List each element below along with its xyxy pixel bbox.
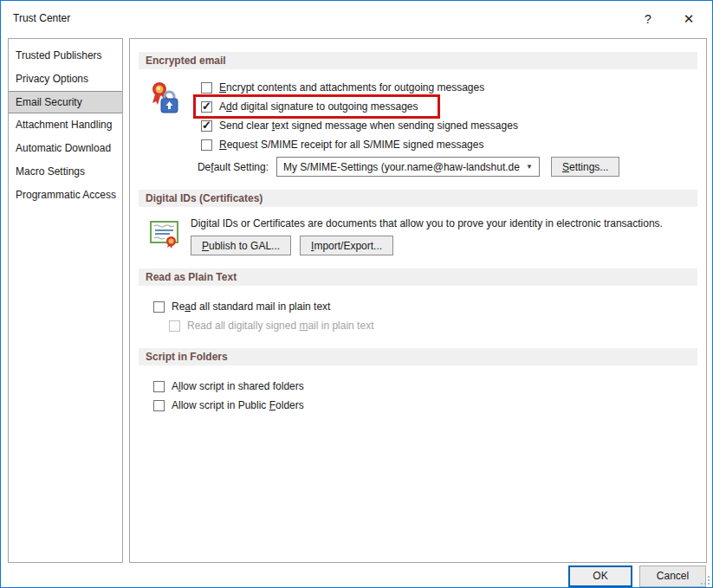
trust-center-dialog: Trust Center ? ✕ Trusted Publishers Priv… (0, 0, 713, 588)
certificate-lock-icon (149, 81, 178, 117)
checkbox-label[interactable]: Allow script in Public Folders (172, 399, 304, 411)
certificate-icon (149, 218, 181, 250)
checkbox-row-read-standard-plain[interactable]: Read all standard mail in plain text (153, 297, 697, 316)
checkbox-label[interactable]: Request S/MIME receipt for all S/MIME si… (219, 139, 483, 151)
checkbox-allow-script-public[interactable] (153, 400, 165, 411)
import-export-button[interactable]: Import/Export... (300, 236, 393, 255)
checkbox-allow-script-shared[interactable] (153, 381, 165, 392)
checkbox-read-signed-plain (169, 320, 180, 332)
checkbox-label[interactable]: Allow script in shared folders (172, 380, 304, 392)
ok-button[interactable]: OK (568, 565, 632, 587)
help-icon[interactable]: ? (636, 8, 660, 30)
checkbox-read-standard-plain[interactable] (153, 301, 165, 313)
settings-button[interactable]: Settings... (551, 157, 619, 177)
section-header-read-plain-text: Read as Plain Text (139, 268, 697, 286)
default-setting-dropdown[interactable]: My S/MIME-Settings (your.name@haw-landsh… (276, 157, 540, 177)
sidebar-item-trusted-publishers[interactable]: Trusted Publishers (9, 44, 122, 68)
checkbox-row-add-digital-signature[interactable]: Add digital signature to outgoing messag… (201, 97, 697, 116)
checkbox-label[interactable]: Add digital signature to outgoing messag… (219, 100, 418, 113)
section-header-encrypted-email: Encrypted email (139, 52, 697, 69)
checkbox-label[interactable]: Encrypt contents and attachments for out… (219, 81, 484, 94)
sidebar-item-programmatic-access[interactable]: Programmatic Access (9, 184, 122, 207)
window-title: Trust Center (13, 12, 70, 24)
dropdown-arrow-icon[interactable]: ▼ (526, 163, 533, 171)
checkbox-request-smime-receipt[interactable] (201, 139, 212, 151)
sidebar-item-automatic-download[interactable]: Automatic Download (9, 137, 122, 160)
sidebar-item-email-security[interactable]: Email Security (9, 91, 122, 113)
checkbox-send-clear-text[interactable] (201, 120, 212, 132)
main-panel: Encrypted email Encrypt contents and att… (129, 38, 707, 563)
checkbox-row-request-smime-receipt[interactable]: Request S/MIME receipt for all S/MIME si… (201, 135, 697, 154)
default-setting-label: Default Setting: (192, 161, 269, 173)
checkbox-label[interactable]: Read all standard mail in plain text (172, 300, 330, 313)
checkbox-row-encrypt-contents[interactable]: Encrypt contents and attachments for out… (201, 78, 697, 97)
sidebar: Trusted Publishers Privacy Options Email… (8, 38, 123, 563)
checkbox-add-digital-signature[interactable] (201, 101, 212, 113)
digital-ids-description: Digital IDs or Certificates are document… (191, 217, 697, 230)
sidebar-item-privacy-options[interactable]: Privacy Options (9, 68, 122, 91)
checkbox-encrypt-contents[interactable] (201, 82, 212, 94)
checkbox-row-allow-script-shared[interactable]: Allow script in shared folders (153, 377, 697, 396)
checkbox-row-allow-script-public[interactable]: Allow script in Public Folders (153, 396, 697, 415)
checkbox-row-read-signed-plain: Read all digitally signed mail in plain … (169, 316, 697, 335)
section-header-script-in-folders: Script in Folders (139, 348, 697, 365)
checkbox-row-send-clear-text[interactable]: Send clear text signed message when send… (201, 116, 697, 135)
close-icon[interactable]: ✕ (677, 8, 701, 30)
default-setting-value: My S/MIME-Settings (your.name@haw-landsh… (283, 161, 520, 173)
sidebar-item-macro-settings[interactable]: Macro Settings (9, 160, 122, 184)
cancel-button[interactable]: Cancel (639, 565, 706, 587)
section-header-digital-ids: Digital IDs (Certificates) (139, 190, 697, 207)
publish-to-gal-button[interactable]: Publish to GAL... (191, 236, 291, 255)
checkbox-label[interactable]: Send clear text signed message when send… (219, 120, 518, 132)
resize-grip[interactable] (700, 575, 710, 585)
checkbox-label: Read all digitally signed mail in plain … (187, 320, 373, 332)
sidebar-item-attachment-handling[interactable]: Attachment Handling (9, 113, 122, 137)
